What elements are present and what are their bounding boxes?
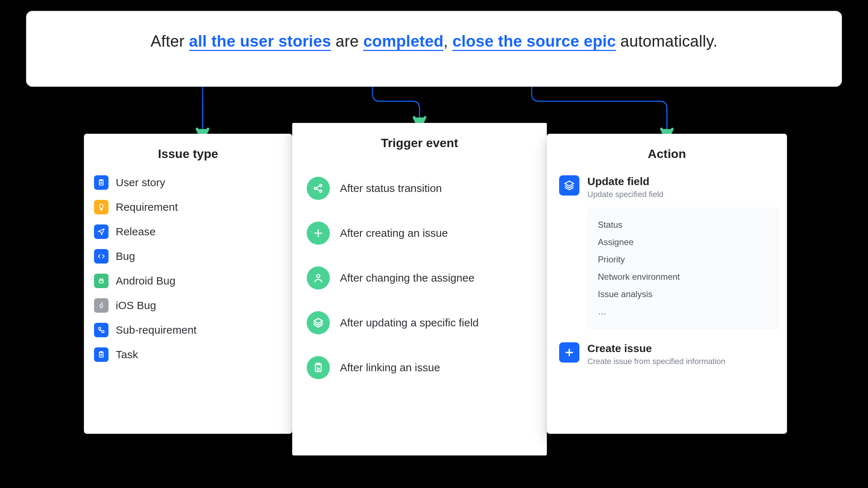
layers-icon <box>559 175 579 196</box>
issue-type-item[interactable]: Bug <box>94 244 282 269</box>
clipboard-icon <box>94 175 109 190</box>
issue-type-label: Bug <box>116 250 135 262</box>
action-update-block[interactable]: Update field Update specified field Stat… <box>547 168 787 329</box>
trigger-event-label: After updating a specific field <box>340 317 479 329</box>
svg-rect-1 <box>99 279 103 283</box>
highlight-user-stories: all the user stories <box>189 32 331 51</box>
action-update-field[interactable]: Priority <box>598 251 768 268</box>
trigger-event-item[interactable]: After linking an issue <box>307 345 532 390</box>
sentence-seg: automatically. <box>620 32 718 50</box>
send-icon <box>94 224 109 239</box>
apple-icon <box>94 298 109 313</box>
issue-type-label: Task <box>116 348 138 361</box>
trigger-event-label: After creating an issue <box>340 227 448 239</box>
issue-type-item[interactable]: Android Bug <box>94 269 282 293</box>
action-update-field[interactable]: Network environment <box>598 268 768 286</box>
issue-type-label: Android Bug <box>116 275 175 287</box>
issue-type-label: Release <box>116 226 156 238</box>
sentence-seg: , <box>443 32 452 50</box>
subtree-icon <box>94 323 109 337</box>
trigger-event-item[interactable]: After status transition <box>307 166 532 211</box>
svg-point-3 <box>102 280 102 281</box>
plus-icon <box>307 222 330 245</box>
issue-type-label: iOS Bug <box>116 299 156 312</box>
action-create-block[interactable]: Create issue Create issue from specified… <box>547 337 787 369</box>
action-update-fields: StatusAssigneePriorityNetwork environmen… <box>587 208 778 329</box>
trigger-event-label: After linking an issue <box>340 361 440 374</box>
clipboard-icon <box>94 347 109 362</box>
android-icon <box>94 274 109 288</box>
trigger-event-label: After changing the assignee <box>340 272 475 284</box>
issue-type-item[interactable]: Sub-requirement <box>94 318 282 342</box>
action-update-field[interactable]: Status <box>598 216 768 234</box>
issue-type-item[interactable]: User story <box>94 170 282 195</box>
action-update-title: Update field <box>587 175 663 188</box>
action-update-field[interactable]: … <box>598 303 768 320</box>
action-create-sub: Create issue from specified information <box>587 357 726 366</box>
trigger-event-label: After status transition <box>340 182 442 194</box>
trigger-event-title: Trigger event <box>292 123 547 157</box>
trigger-event-item[interactable]: After creating an issue <box>307 211 532 256</box>
svg-point-2 <box>100 280 101 281</box>
share-icon <box>307 177 330 200</box>
trigger-event-panel: Trigger event After status transition Af… <box>292 123 547 455</box>
issue-type-list: User story Requirement Release Bug Andro… <box>84 168 292 367</box>
action-panel: Action Update field Update specified fie… <box>547 134 787 434</box>
clipboard-link-icon <box>307 356 330 379</box>
issue-type-label: Sub-requirement <box>116 324 196 336</box>
trigger-event-item[interactable]: After updating a specific field <box>307 300 532 345</box>
issue-type-item[interactable]: iOS Bug <box>94 293 282 318</box>
action-title: Action <box>547 134 787 168</box>
highlight-completed: completed <box>363 32 443 51</box>
trigger-event-item[interactable]: After changing the assignee <box>307 256 532 300</box>
highlight-close-epic: close the source epic <box>452 32 616 51</box>
svg-point-10 <box>317 274 320 278</box>
user-icon <box>307 266 330 290</box>
sentence-card: After all the user stories are completed… <box>26 11 842 87</box>
issue-type-item[interactable]: Requirement <box>94 195 282 219</box>
action-create-title: Create issue <box>587 342 726 355</box>
sentence-seg: After <box>150 32 189 50</box>
sentence-text: After all the user stories are completed… <box>150 31 718 51</box>
sentence-seg: are <box>336 32 363 50</box>
lightbulb-icon <box>94 200 109 214</box>
trigger-event-list: After status transition After creating a… <box>292 157 547 390</box>
layers-icon <box>307 311 330 334</box>
issue-type-label: Requirement <box>116 201 178 213</box>
diagram-stage: After all the user stories are completed… <box>0 0 868 488</box>
issue-type-label: User story <box>116 176 165 189</box>
issue-type-panel: Issue type User story Requirement Releas… <box>84 134 292 434</box>
svg-rect-5 <box>102 331 104 333</box>
issue-type-item[interactable]: Task <box>94 342 282 367</box>
issue-type-item[interactable]: Release <box>94 219 282 244</box>
issue-type-title: Issue type <box>84 134 292 168</box>
code-icon <box>94 249 109 264</box>
action-update-sub: Update specified field <box>587 190 663 199</box>
action-update-field[interactable]: Issue analysis <box>598 286 768 303</box>
plus-square-icon <box>559 342 579 363</box>
action-update-field[interactable]: Assignee <box>598 234 768 251</box>
